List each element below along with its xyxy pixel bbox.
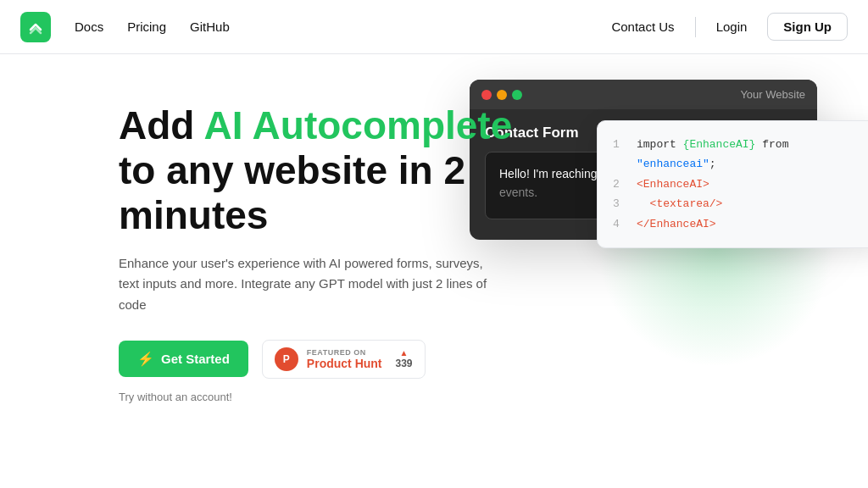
ph-name: Product Hunt bbox=[307, 357, 382, 370]
code-content-4: </EnhanceAI> bbox=[637, 214, 716, 234]
nav-pricing[interactable]: Pricing bbox=[127, 19, 166, 34]
contact-us-link[interactable]: Contact Us bbox=[594, 19, 691, 34]
logo[interactable] bbox=[20, 12, 51, 42]
hero-left: Add AI Autocomplete to any website in 2 … bbox=[119, 95, 526, 403]
navbar: Docs Pricing GitHub Contact Us Login Sig… bbox=[0, 0, 868, 54]
code-line-4: 4 </EnhanceAI> bbox=[613, 214, 868, 234]
browser-title: Your Website bbox=[740, 88, 805, 101]
hero-section: Add AI Autocomplete to any website in 2 … bbox=[0, 54, 868, 488]
line-num-3: 3 bbox=[613, 194, 623, 214]
cta-row: ⚡ Get Started P FEATURED ON Product Hunt… bbox=[119, 340, 526, 379]
product-hunt-text: FEATURED ON Product Hunt bbox=[307, 348, 382, 370]
hero-subtitle: Enhance your user's experience with AI p… bbox=[119, 253, 492, 316]
code-line-3: 3 <textarea/> bbox=[613, 194, 868, 214]
code-snippet: 1 import {EnhanceAI} from "enhanceai"; 2… bbox=[597, 120, 868, 248]
ph-count-number: 339 bbox=[396, 358, 413, 369]
hero-title-plain: Add bbox=[119, 103, 204, 147]
nav-links: Docs Pricing GitHub bbox=[75, 19, 230, 34]
nav-github[interactable]: GitHub bbox=[190, 19, 230, 34]
bolt-icon: ⚡ bbox=[137, 351, 154, 367]
signup-button[interactable]: Sign Up bbox=[767, 13, 848, 41]
ph-arrow-icon: ▲ bbox=[400, 348, 409, 358]
get-started-button[interactable]: ⚡ Get Started bbox=[119, 341, 248, 377]
get-started-label: Get Started bbox=[161, 352, 230, 366]
ph-count: ▲ 339 bbox=[396, 348, 413, 369]
line-num-1: 1 bbox=[613, 135, 623, 175]
login-link[interactable]: Login bbox=[699, 19, 765, 34]
code-content-2: <EnhanceAI> bbox=[637, 175, 709, 194]
nav-right: Contact Us Login Sign Up bbox=[594, 13, 848, 41]
nav-divider bbox=[695, 17, 696, 37]
hero-title-rest: to any website in 2 minutes bbox=[119, 148, 465, 237]
product-hunt-badge[interactable]: P FEATURED ON Product Hunt ▲ 339 bbox=[262, 340, 426, 379]
ph-featured-label: FEATURED ON bbox=[307, 348, 382, 357]
code-content-3: <textarea/> bbox=[637, 194, 722, 214]
try-text: Try without an account! bbox=[119, 391, 526, 403]
hero-title-highlight: AI Autocomplete bbox=[204, 103, 513, 147]
code-content-1: import {EnhanceAI} from "enhanceai"; bbox=[637, 135, 868, 175]
code-line-1: 1 import {EnhanceAI} from "enhanceai"; bbox=[613, 135, 868, 175]
hero-title: Add AI Autocomplete to any website in 2 … bbox=[119, 103, 526, 238]
nav-docs[interactable]: Docs bbox=[75, 19, 103, 34]
code-line-2: 2 <EnhanceAI> bbox=[613, 175, 868, 194]
product-hunt-logo: P bbox=[275, 347, 298, 371]
line-num-4: 4 bbox=[613, 214, 623, 234]
line-num-2: 2 bbox=[613, 175, 623, 194]
